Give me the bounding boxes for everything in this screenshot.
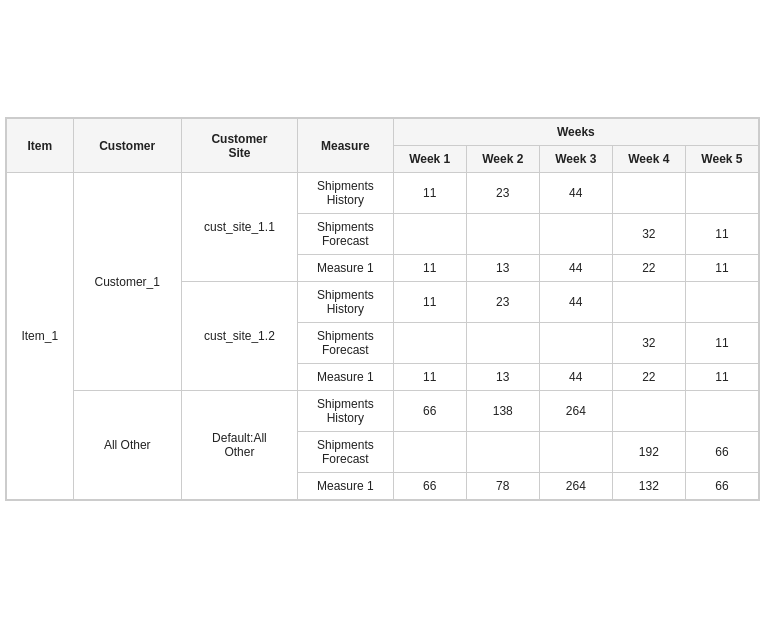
cell-week2 [466, 323, 539, 364]
cell-measure: Shipments History [298, 391, 394, 432]
cell-week1: 11 [393, 282, 466, 323]
col-header-week3: Week 3 [539, 146, 612, 173]
table-row: Item_1Customer_1cust_site_1.1Shipments H… [7, 173, 759, 214]
cell-week4 [612, 282, 685, 323]
cell-measure: Measure 1 [298, 473, 394, 500]
main-table-wrapper: Item Customer Customer Site Measure Week… [5, 117, 760, 501]
cell-measure: Shipments Forecast [298, 214, 394, 255]
cell-measure: Shipments Forecast [298, 432, 394, 473]
cell-measure: Measure 1 [298, 255, 394, 282]
col-header-week5: Week 5 [685, 146, 758, 173]
cell-week2 [466, 432, 539, 473]
cell-week3: 44 [539, 173, 612, 214]
cell-week3 [539, 323, 612, 364]
col-header-customer-site: Customer Site [181, 119, 297, 173]
cell-week2: 13 [466, 255, 539, 282]
table-row: All OtherDefault:All OtherShipments Hist… [7, 391, 759, 432]
cell-week2: 13 [466, 364, 539, 391]
cell-week1: 66 [393, 391, 466, 432]
cell-week1 [393, 214, 466, 255]
cell-week2: 78 [466, 473, 539, 500]
cell-week3: 44 [539, 282, 612, 323]
cell-week2: 138 [466, 391, 539, 432]
col-header-week1: Week 1 [393, 146, 466, 173]
cell-week3: 44 [539, 255, 612, 282]
cell-week4 [612, 391, 685, 432]
cell-week2 [466, 214, 539, 255]
cell-week5 [685, 391, 758, 432]
cell-measure: Shipments History [298, 173, 394, 214]
cell-week3 [539, 214, 612, 255]
col-header-week2: Week 2 [466, 146, 539, 173]
cell-customer-site: cust_site_1.1 [181, 173, 297, 282]
cell-week4: 132 [612, 473, 685, 500]
cell-week2: 23 [466, 173, 539, 214]
cell-week4: 192 [612, 432, 685, 473]
cell-week5: 11 [685, 323, 758, 364]
col-header-week4: Week 4 [612, 146, 685, 173]
cell-week4: 32 [612, 214, 685, 255]
cell-week3: 44 [539, 364, 612, 391]
cell-week5: 11 [685, 214, 758, 255]
cell-measure: Shipments History [298, 282, 394, 323]
cell-item: Item_1 [7, 173, 74, 500]
cell-week2: 23 [466, 282, 539, 323]
forecast-table: Item Customer Customer Site Measure Week… [6, 118, 759, 500]
cell-week1: 11 [393, 255, 466, 282]
cell-week3: 264 [539, 473, 612, 500]
cell-week5 [685, 282, 758, 323]
cell-week5: 11 [685, 255, 758, 282]
cell-week4: 32 [612, 323, 685, 364]
cell-week1: 11 [393, 364, 466, 391]
cell-week5: 11 [685, 364, 758, 391]
cell-week5: 66 [685, 432, 758, 473]
col-header-measure: Measure [298, 119, 394, 173]
cell-week4: 22 [612, 255, 685, 282]
cell-week3 [539, 432, 612, 473]
col-header-weeks: Weeks [393, 119, 758, 146]
cell-week5 [685, 173, 758, 214]
cell-customer: All Other [73, 391, 181, 500]
cell-week3: 264 [539, 391, 612, 432]
col-header-item: Item [7, 119, 74, 173]
cell-week5: 66 [685, 473, 758, 500]
cell-customer-site: cust_site_1.2 [181, 282, 297, 391]
col-header-customer: Customer [73, 119, 181, 173]
cell-measure: Measure 1 [298, 364, 394, 391]
cell-measure: Shipments Forecast [298, 323, 394, 364]
cell-week1: 66 [393, 473, 466, 500]
cell-week4 [612, 173, 685, 214]
cell-week4: 22 [612, 364, 685, 391]
cell-week1 [393, 323, 466, 364]
cell-week1 [393, 432, 466, 473]
cell-customer-site: Default:All Other [181, 391, 297, 500]
cell-customer: Customer_1 [73, 173, 181, 391]
cell-week1: 11 [393, 173, 466, 214]
